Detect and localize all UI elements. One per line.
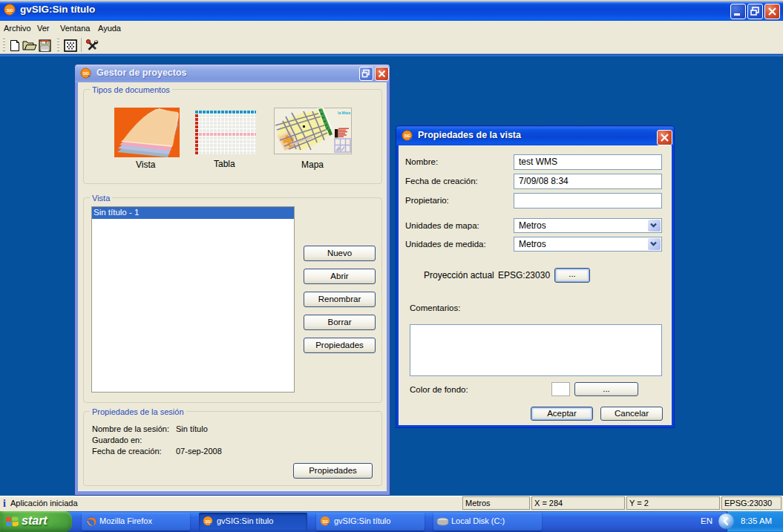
svg-text:SIG: SIG (404, 134, 410, 138)
svg-text:la Mata: la Mata (338, 111, 350, 115)
svg-text:SIG: SIG (323, 520, 329, 524)
svg-text:SIG: SIG (7, 8, 13, 13)
svg-text:SIG: SIG (83, 72, 89, 76)
svg-text:SIG: SIG (206, 520, 212, 524)
